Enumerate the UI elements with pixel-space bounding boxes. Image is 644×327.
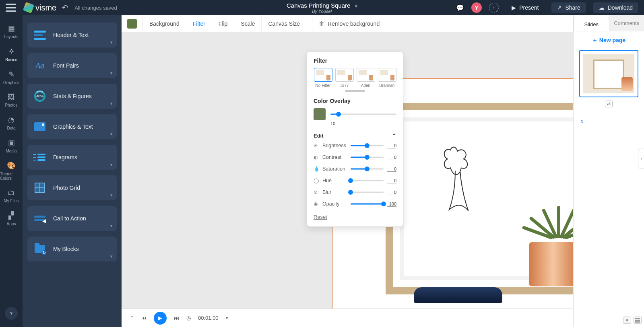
filter-preset-brannan[interactable]: Brannan — [378, 68, 396, 88]
chevron-up-icon: ⌃ — [392, 133, 396, 139]
opacity-slider[interactable] — [351, 201, 384, 207]
flip-button[interactable]: Flip — [212, 15, 234, 32]
hue-value[interactable]: 0 — [387, 178, 396, 183]
contrast-label: Contrast — [322, 154, 347, 160]
slide-transition-icon[interactable]: ⇄ — [605, 101, 613, 107]
blur-slider[interactable] — [351, 189, 384, 195]
app-logo[interactable]: visme — [24, 3, 56, 12]
collapse-player-icon[interactable]: ⌃ — [130, 315, 134, 321]
rail-photos[interactable]: 🖼Photos — [0, 89, 23, 111]
opacity-label: Opacity — [322, 201, 347, 207]
filter-heading: Filter — [314, 58, 396, 64]
rail-apps[interactable]: ▞Apps — [0, 207, 23, 230]
filter-button[interactable]: Filter — [186, 15, 212, 32]
blur-value[interactable]: 0 — [387, 190, 396, 195]
timecode-caret-icon[interactable]: ▾ — [226, 316, 228, 320]
next-frame-button[interactable]: ⏭ — [174, 315, 179, 321]
timeline-player: ⌃ ⏮ ▶ ⏭ ◷ 00:01:00 ▾ — [122, 308, 573, 327]
edit-row-blur: ⊙Blur0 — [314, 189, 396, 195]
hue-label: Hue — [322, 178, 347, 183]
rail-graphics[interactable]: ✎Graphics — [0, 66, 23, 89]
expand-panel-button[interactable]: › — [638, 148, 644, 169]
reset-button[interactable]: Reset — [314, 214, 327, 220]
cat-graphics-text[interactable]: Graphics & Text — [27, 114, 117, 139]
scale-button[interactable]: Scale — [234, 15, 261, 32]
rail-theme-colors[interactable]: 🎨Theme Colors — [0, 157, 23, 185]
cat-header-text[interactable]: Header & Text — [27, 23, 117, 47]
canvas-size-button[interactable]: Canvas Size — [261, 15, 306, 32]
list-view-button[interactable] — [634, 317, 642, 324]
download-button[interactable]: ☁ Download — [593, 2, 638, 13]
editor-stage-wrap: Background Filter Flip Scale Canvas Size… — [122, 15, 573, 327]
overlay-color-swatch[interactable] — [314, 108, 326, 120]
overlay-value[interactable]: 10 — [328, 121, 338, 126]
contrast-slider[interactable] — [351, 154, 384, 160]
avatar[interactable]: Y — [471, 2, 482, 13]
document-title: Canvas Printing Square — [287, 2, 350, 9]
slide-index-1: 1 — [581, 119, 583, 124]
saturation-slider[interactable] — [351, 166, 384, 172]
saturation-value[interactable]: 0 — [387, 167, 396, 172]
logo-icon — [23, 2, 34, 13]
rail-basics[interactable]: ✧Basics — [0, 43, 23, 66]
cat-diagrams[interactable]: Diagrams — [27, 145, 117, 170]
download-icon: ☁ — [599, 4, 605, 11]
rail-data[interactable]: ◔Data — [0, 111, 23, 134]
present-button[interactable]: ▶ Present — [506, 2, 544, 13]
grid-view-button[interactable] — [623, 317, 631, 324]
tab-comments[interactable]: Comments — [609, 15, 644, 31]
rail-my-files[interactable]: 🗂My Files — [0, 185, 23, 207]
new-page-button[interactable]: ＋ New page — [574, 31, 644, 50]
edit-section-toggle[interactable]: Edit ⌃ — [314, 133, 396, 139]
edit-row-contrast: ◐Contrast0 — [314, 154, 396, 160]
document-byline: By Yousef — [287, 9, 357, 14]
prev-frame-button[interactable]: ⏮ — [141, 315, 147, 321]
contrast-value[interactable]: 0 — [387, 155, 396, 160]
help-button[interactable]: ? — [5, 307, 18, 320]
cat-call-to-action[interactable]: Call to Action — [27, 206, 117, 231]
cat-font-pairs[interactable]: AaFont Pairs — [27, 53, 117, 78]
edit-row-hue: ◯Hue0 — [314, 178, 396, 183]
trash-icon: 🗑 — [319, 21, 324, 27]
chat-icon[interactable]: 💬 — [456, 4, 464, 12]
filter-presets: No Filter 1977 Aden Brannan — [314, 68, 396, 88]
slide-thumbnail-1[interactable] — [579, 50, 638, 97]
remove-background-button[interactable]: 🗑Remove background — [312, 15, 386, 32]
clock-icon: ◷ — [186, 315, 191, 321]
share-button[interactable]: ↗ Share — [551, 2, 586, 13]
share-icon: ↗ — [557, 4, 562, 11]
blur-icon: ⊙ — [314, 189, 319, 195]
cat-photo-grid[interactable]: Photo Grid — [27, 175, 117, 200]
blur-label: Blur — [322, 189, 347, 195]
canvas-stage[interactable]: Filter No Filter 1977 Aden Brannan Color… — [122, 32, 573, 327]
logo-text: visme — [35, 3, 56, 12]
cat-stats-figures[interactable]: 40%Stats & Figures — [27, 84, 117, 109]
cat-my-blocks[interactable]: My Blocks — [27, 237, 117, 261]
overlay-slider[interactable] — [330, 111, 396, 117]
saturation-icon: 💧 — [314, 166, 319, 172]
edit-row-saturation: 💧Saturation0 — [314, 166, 396, 172]
menu-button[interactable] — [6, 4, 16, 12]
left-icon-rail: ▦Layouts ✧Basics ✎Graphics 🖼Photos ◔Data… — [0, 15, 23, 327]
edit-row-opacity: ◉Opacity100 — [314, 201, 396, 207]
brightness-value[interactable]: 0 — [387, 143, 396, 148]
color-swatch[interactable] — [127, 19, 137, 29]
rail-media[interactable]: ▣Media — [0, 134, 23, 157]
hue-slider[interactable] — [351, 178, 384, 183]
opacity-value[interactable]: 100 — [387, 202, 396, 207]
view-toggles — [623, 317, 642, 324]
basics-panel: Header & Text AaFont Pairs 40%Stats & Fi… — [23, 15, 122, 327]
rail-layouts[interactable]: ▦Layouts — [0, 20, 23, 43]
filter-preset-aden[interactable]: Aden — [356, 68, 375, 88]
background-button[interactable]: Background — [142, 15, 186, 32]
filter-preset-1977[interactable]: 1977 — [335, 68, 354, 88]
undo-icon[interactable]: ↶ — [62, 3, 68, 12]
play-button[interactable]: ▶ — [154, 312, 167, 325]
filter-preset-none[interactable]: No Filter — [314, 68, 332, 88]
document-title-block[interactable]: Canvas Printing Square ▾ By Yousef — [287, 2, 357, 14]
tab-slides[interactable]: Slides — [574, 17, 609, 31]
preset-scroll-indicator[interactable] — [345, 90, 365, 92]
brightness-slider[interactable] — [351, 143, 384, 148]
play-icon: ▶ — [512, 4, 516, 11]
add-collaborator-button[interactable]: + — [489, 3, 499, 12]
